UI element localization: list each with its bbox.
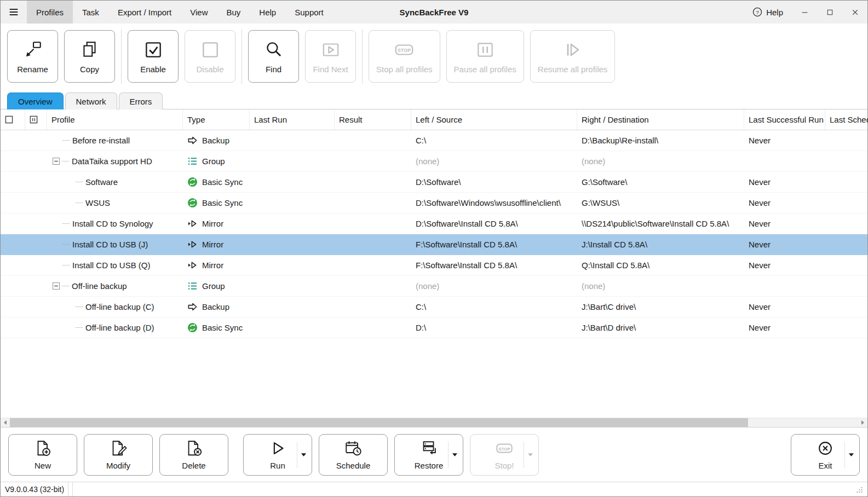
mirror-icon <box>187 260 198 270</box>
type-cell: Backup <box>183 297 250 317</box>
menu-item-buy[interactable]: Buy <box>217 1 250 24</box>
profile-name: Off-line backup <box>72 281 127 291</box>
column-header-type[interactable]: Type <box>183 109 250 130</box>
column-header-right-destination[interactable]: Right / Destination <box>577 109 744 130</box>
table-row[interactable]: SoftwareBasic SyncD:\Software\G:\Softwar… <box>1 172 867 193</box>
column-header-last-run[interactable]: Last Run <box>250 109 335 130</box>
header-checkbox-cell[interactable] <box>1 109 25 130</box>
scroll-left-arrow[interactable] <box>1 418 10 427</box>
maximize-button[interactable] <box>817 1 842 24</box>
enable-button[interactable]: Enable <box>128 30 179 83</box>
menu-item-export-import[interactable]: Export / Import <box>108 1 181 24</box>
pause-all-profiles-button: Pause all profiles <box>446 30 524 83</box>
exit-button[interactable]: Exit <box>791 434 860 476</box>
help-button[interactable]: ? Help <box>744 1 792 24</box>
tree-line <box>76 182 83 182</box>
menu-item-help[interactable]: Help <box>250 1 285 24</box>
rename-button[interactable]: Rename <box>7 30 58 83</box>
modify-icon <box>109 439 128 458</box>
button-label: Restore <box>415 461 444 470</box>
button-label: Rename <box>17 65 48 74</box>
button-label: Find <box>266 65 281 74</box>
scrollbar-thumb[interactable] <box>10 418 748 427</box>
menu-item-task[interactable]: Task <box>73 1 108 24</box>
chevron-down-icon[interactable] <box>527 453 533 457</box>
last-run-cell <box>250 297 335 317</box>
last-scheduled-cell <box>825 172 867 192</box>
source-cell: (none) <box>411 151 577 171</box>
column-header-last-sched[interactable]: Last Sched <box>825 109 868 130</box>
menu-item-support[interactable]: Support <box>285 1 333 24</box>
tab-errors[interactable]: Errors <box>119 93 163 109</box>
tab-network[interactable]: Network <box>65 93 117 109</box>
resize-grip[interactable] <box>856 486 863 493</box>
cell-value: G:\Software\ <box>582 177 627 187</box>
chevron-down-icon[interactable] <box>848 453 854 457</box>
hamburger-menu-button[interactable] <box>1 1 27 24</box>
column-header-last-successful-run[interactable]: Last Successful Run <box>744 109 825 130</box>
header-pause-cell[interactable] <box>25 109 47 130</box>
last-successful-run-cell: Never <box>744 193 825 213</box>
table-row[interactable]: Before re-installBackupC:\D:\Backup\Re-i… <box>1 130 867 151</box>
table-row[interactable]: DataTaika support HDGroup(none)(none) <box>1 151 867 172</box>
group-icon <box>187 156 198 166</box>
column-header-profile[interactable]: Profile <box>47 109 183 130</box>
svg-text:?: ? <box>756 9 759 15</box>
table-row[interactable]: Off-line backup (D)Basic SyncD:\J:\Bart\… <box>1 317 867 338</box>
bottom-toolbar-group-3: Exit <box>791 434 860 476</box>
menu-item-profiles[interactable]: Profiles <box>27 1 73 24</box>
new-button[interactable]: New <box>8 434 77 476</box>
column-header-result[interactable]: Result <box>335 109 411 130</box>
table-row[interactable]: Install CD to USB (J)MirrorF:\Software\I… <box>1 234 867 255</box>
row-checkbox-cell <box>1 151 25 171</box>
menu-item-view[interactable]: View <box>181 1 217 24</box>
column-header-label: Last Sched <box>830 115 868 124</box>
button-label: New <box>35 461 51 470</box>
destination-cell: G:\WSUS\ <box>577 193 744 213</box>
modify-button[interactable]: Modify <box>84 434 153 476</box>
source-cell: F:\Software\Install CD 5.8A\ <box>411 255 577 275</box>
close-button[interactable] <box>842 1 867 24</box>
table-row[interactable]: Install CD to USB (Q)MirrorF:\Software\I… <box>1 255 867 276</box>
horizontal-scrollbar[interactable] <box>1 418 867 427</box>
tree-line <box>76 327 83 328</box>
scrollbar-track[interactable] <box>748 418 858 427</box>
stop-all-profiles-button: STOPStop all profiles <box>369 30 440 83</box>
table-row[interactable]: WSUSBasic SyncD:\Software\Windows\wsusof… <box>1 193 867 213</box>
svg-text:STOP: STOP <box>498 447 510 452</box>
delete-button[interactable]: Delete <box>159 434 228 476</box>
profile-name: Install CD to USB (J) <box>72 240 148 249</box>
last-run-cell <box>250 193 335 213</box>
stopsign-icon: STOP <box>495 439 514 458</box>
chevron-down-icon[interactable] <box>301 453 307 457</box>
row-pause-cell <box>25 130 47 151</box>
find-button[interactable]: Find <box>248 30 299 83</box>
table-row[interactable]: Install CD to SynologyMirrorD:\Software\… <box>1 213 867 234</box>
result-cell <box>335 317 411 338</box>
minimize-button[interactable] <box>792 1 817 24</box>
run-button[interactable]: Run <box>243 434 312 476</box>
copy-button[interactable]: Copy <box>64 30 115 83</box>
row-checkbox-cell <box>1 193 25 213</box>
table-row[interactable]: Off-line backupGroup(none)(none) <box>1 276 867 297</box>
type-label: Backup <box>202 302 229 311</box>
destination-cell: Q:\Install CD 5.8A\ <box>577 255 744 275</box>
restore-button[interactable]: Restore <box>394 434 463 476</box>
last-scheduled-cell <box>825 255 867 275</box>
type-label: Basic Sync <box>202 198 243 207</box>
row-checkbox-cell <box>1 172 25 192</box>
cell-value: Never <box>749 302 771 311</box>
tab-overview[interactable]: Overview <box>7 93 64 109</box>
schedule-button[interactable]: Schedule <box>319 434 388 476</box>
chevron-down-icon[interactable] <box>452 453 458 457</box>
tree-line <box>62 286 69 286</box>
table-row[interactable]: Off-line backup (C)BackupC:\J:\Bart\C dr… <box>1 297 867 317</box>
uncheck-icon <box>200 39 221 60</box>
row-checkbox-cell <box>1 234 25 255</box>
row-checkbox-cell <box>1 317 25 338</box>
column-header-left-source[interactable]: Left / Source <box>411 109 577 130</box>
maximize-icon <box>825 8 835 17</box>
scroll-right-arrow[interactable] <box>858 418 867 427</box>
button-label: Copy <box>80 65 99 74</box>
profile-name: DataTaika support HD <box>72 157 152 166</box>
